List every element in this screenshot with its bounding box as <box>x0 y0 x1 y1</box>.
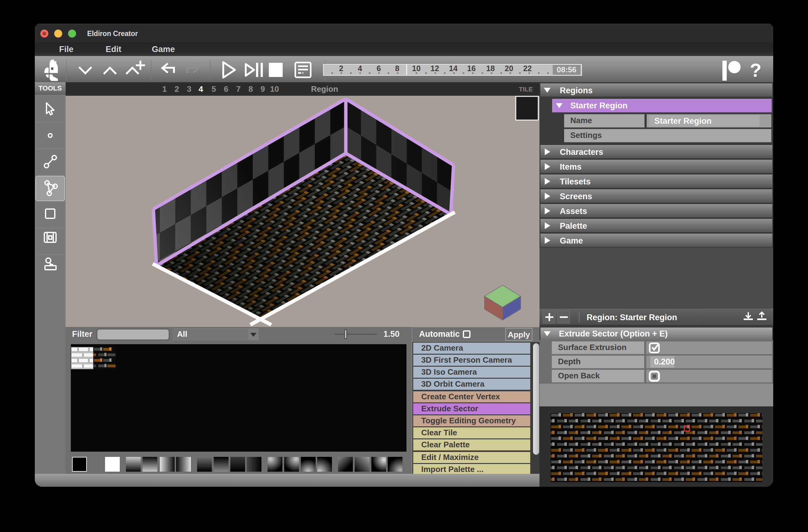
svg-text:12: 12 <box>430 64 439 73</box>
svg-text:16: 16 <box>467 64 476 73</box>
svg-text:20: 20 <box>505 64 513 73</box>
svg-text:14: 14 <box>449 64 458 73</box>
svg-text:2: 2 <box>339 64 343 73</box>
svg-text:08:56: 08:56 <box>557 65 576 74</box>
svg-text:4: 4 <box>358 64 362 73</box>
svg-text:?: ? <box>750 59 761 81</box>
svg-text:Region: Starter Region: Region: Starter Region <box>587 313 677 322</box>
svg-text:22: 22 <box>523 64 532 73</box>
svg-text:10: 10 <box>412 64 421 73</box>
svg-text:6: 6 <box>377 64 381 73</box>
svg-text:8: 8 <box>395 64 399 73</box>
svg-text:18: 18 <box>486 64 495 73</box>
